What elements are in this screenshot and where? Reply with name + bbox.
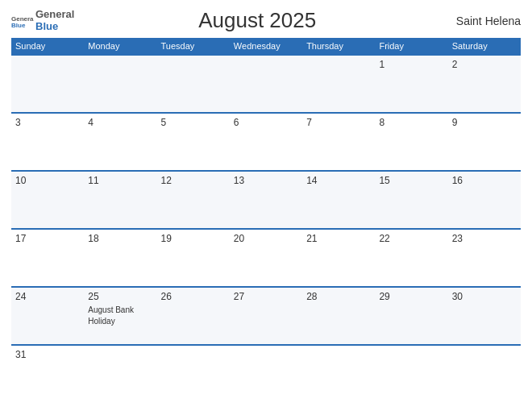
calendar-cell: 2 (448, 55, 521, 113)
day-number: 18 (88, 233, 152, 244)
logo-blue-text: Blue (35, 21, 74, 32)
calendar-cell: 5 (157, 113, 230, 171)
day-header-wednesday: Wednesday (230, 38, 302, 55)
calendar-cell: 17 (11, 229, 84, 287)
header: General Blue General Blue August 2025 Sa… (11, 8, 521, 33)
day-number: 29 (379, 291, 443, 302)
day-number: 23 (452, 233, 517, 244)
day-number: 6 (234, 117, 298, 128)
day-number: 8 (379, 117, 443, 128)
calendar-event: August Bank Holiday (88, 305, 134, 326)
day-number: 14 (306, 175, 371, 186)
calendar-cell: 12 (157, 171, 230, 229)
calendar-week-row: 12 (11, 55, 521, 113)
calendar-week-row: 3456789 (11, 113, 521, 171)
svg-text:Blue: Blue (11, 22, 26, 28)
calendar-cell: 18 (84, 229, 156, 287)
calendar-cell: 25August Bank Holiday (84, 287, 156, 345)
calendar-cell: 15 (375, 171, 447, 229)
day-number: 9 (452, 117, 517, 128)
day-number: 5 (161, 117, 226, 128)
month-title: August 2025 (74, 8, 440, 33)
calendar-week-row: 10111213141516 (11, 171, 521, 229)
calendar-cell: 13 (230, 171, 302, 229)
day-number: 17 (15, 233, 80, 244)
calendar-cell: 22 (375, 229, 447, 287)
calendar-cell: 30 (448, 287, 521, 345)
day-number: 1 (379, 59, 443, 70)
day-number: 20 (234, 233, 298, 244)
calendar-cell: 6 (230, 113, 302, 171)
calendar-week-row: 17181920212223 (11, 229, 521, 287)
calendar-cell: 1 (375, 55, 447, 113)
day-header-row: SundayMondayTuesdayWednesdayThursdayFrid… (11, 38, 521, 55)
calendar-cell: 10 (11, 171, 84, 229)
calendar-cell: 3 (11, 113, 84, 171)
day-number: 26 (161, 291, 226, 302)
logo: General Blue General Blue (11, 9, 74, 32)
calendar-table: SundayMondayTuesdayWednesdayThursdayFrid… (11, 38, 521, 403)
day-number: 27 (234, 291, 298, 302)
calendar-cell: 24 (11, 287, 84, 345)
calendar-body: 1234567891011121314151617181920212223242… (11, 55, 521, 403)
day-number: 15 (379, 175, 443, 186)
calendar-cell (375, 345, 447, 403)
day-header-saturday: Saturday (448, 38, 521, 55)
day-number: 11 (88, 175, 152, 186)
logo-general-text: General (35, 9, 74, 20)
calendar-cell: 19 (157, 229, 230, 287)
day-number: 13 (234, 175, 298, 186)
calendar-cell (302, 55, 375, 113)
day-header-monday: Monday (84, 38, 156, 55)
calendar-cell (230, 345, 302, 403)
day-number: 24 (15, 291, 80, 302)
calendar-cell: 31 (11, 345, 84, 403)
day-number: 19 (161, 233, 226, 244)
calendar-cell: 14 (302, 171, 375, 229)
calendar-cell (302, 345, 375, 403)
day-number: 7 (306, 117, 371, 128)
day-number: 3 (15, 117, 80, 128)
calendar-cell (157, 345, 230, 403)
day-header-thursday: Thursday (302, 38, 375, 55)
day-number: 25 (88, 291, 152, 302)
day-number: 30 (452, 291, 517, 302)
calendar-cell (230, 55, 302, 113)
day-number: 4 (88, 117, 152, 128)
calendar-cell (11, 55, 84, 113)
day-number: 28 (306, 291, 371, 302)
day-number: 16 (452, 175, 517, 186)
calendar-week-row: 31 (11, 345, 521, 403)
calendar-cell: 27 (230, 287, 302, 345)
calendar-cell: 11 (84, 171, 156, 229)
calendar-cell: 26 (157, 287, 230, 345)
calendar-cell: 16 (448, 171, 521, 229)
calendar-cell (448, 345, 521, 403)
calendar-cell (157, 55, 230, 113)
calendar-cell: 23 (448, 229, 521, 287)
calendar-page: General Blue General Blue August 2025 Sa… (0, 0, 532, 411)
calendar-cell: 21 (302, 229, 375, 287)
day-number: 2 (452, 59, 517, 70)
day-number: 22 (379, 233, 443, 244)
calendar-cell: 28 (302, 287, 375, 345)
calendar-cell (84, 345, 156, 403)
calendar-cell (84, 55, 156, 113)
logo-icon: General Blue (11, 14, 34, 28)
day-number: 12 (161, 175, 226, 186)
day-number: 21 (306, 233, 371, 244)
calendar-cell: 20 (230, 229, 302, 287)
calendar-cell: 29 (375, 287, 447, 345)
calendar-cell: 9 (448, 113, 521, 171)
calendar-cell: 8 (375, 113, 447, 171)
day-number: 31 (15, 349, 80, 360)
calendar-cell: 7 (302, 113, 375, 171)
calendar-week-row: 2425August Bank Holiday2627282930 (11, 287, 521, 345)
day-number: 10 (15, 175, 80, 186)
day-header-tuesday: Tuesday (157, 38, 230, 55)
calendar-cell: 4 (84, 113, 156, 171)
region-label: Saint Helena (440, 15, 521, 27)
day-header-sunday: Sunday (11, 38, 84, 55)
day-header-friday: Friday (375, 38, 447, 55)
